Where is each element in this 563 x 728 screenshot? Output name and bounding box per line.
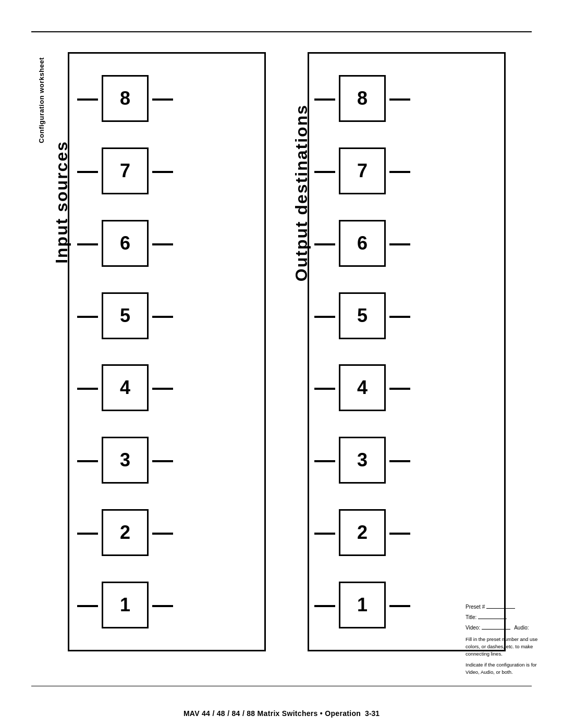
input-bracket-left bbox=[68, 52, 255, 651]
output-box-3: 3 bbox=[339, 437, 386, 484]
output-box-4: 4 bbox=[339, 364, 386, 411]
output-box-8: 8 bbox=[339, 75, 386, 122]
out-dash-right-8 bbox=[389, 98, 410, 101]
out-dash-right-3 bbox=[389, 460, 410, 462]
title-row: Title: bbox=[466, 613, 552, 622]
out-dash-right-6 bbox=[389, 243, 410, 245]
dash-right-3 bbox=[152, 460, 173, 462]
dash-left-5 bbox=[77, 316, 98, 318]
out-dash-right-7 bbox=[389, 171, 410, 173]
dash-right-8 bbox=[152, 98, 173, 101]
configuration-worksheet-label: Configuration worksheet bbox=[38, 57, 45, 143]
dash-right-2 bbox=[152, 533, 173, 535]
indicate-instruction: Indicate if the configuration is for Vid… bbox=[466, 661, 552, 676]
dash-left-7 bbox=[77, 171, 98, 173]
output-box-6: 6 bbox=[339, 220, 386, 267]
input-bracket-right bbox=[255, 52, 266, 651]
preset-label: Preset # bbox=[466, 602, 485, 612]
input-box-5: 5 bbox=[102, 292, 149, 339]
output-box-2: 2 bbox=[339, 509, 386, 556]
audio-label: Audio: bbox=[514, 623, 529, 633]
preset-field bbox=[486, 602, 515, 609]
footer-text: MAV 44 / 48 / 84 / 88 Matrix Switchers •… bbox=[183, 709, 361, 718]
out-dash-right-5 bbox=[389, 316, 410, 318]
video-field bbox=[482, 623, 510, 630]
dash-left-1 bbox=[77, 605, 98, 607]
top-rule bbox=[31, 31, 532, 32]
out-dash-right-4 bbox=[389, 388, 410, 390]
out-dash-left-5 bbox=[314, 316, 335, 318]
dash-right-4 bbox=[152, 388, 173, 390]
out-dash-left-3 bbox=[314, 460, 335, 462]
out-dash-left-4 bbox=[314, 388, 335, 390]
out-dash-left-7 bbox=[314, 171, 335, 173]
out-dash-right-2 bbox=[389, 533, 410, 535]
dash-right-1 bbox=[152, 605, 173, 607]
footer-page: 3-31 bbox=[365, 709, 380, 718]
input-box-4: 4 bbox=[102, 364, 149, 411]
output-box-5: 5 bbox=[339, 292, 386, 339]
input-box-2: 2 bbox=[102, 509, 149, 556]
dash-right-7 bbox=[152, 171, 173, 173]
out-dash-left-1 bbox=[314, 605, 335, 607]
preset-row: Preset # bbox=[466, 602, 552, 612]
input-box-1: 1 bbox=[102, 582, 149, 628]
video-label: Video: bbox=[466, 623, 480, 633]
dash-left-3 bbox=[77, 460, 98, 462]
dash-left-4 bbox=[77, 388, 98, 390]
dash-right-5 bbox=[152, 316, 173, 318]
video-row: Video: Audio: bbox=[466, 623, 552, 633]
bottom-rule bbox=[31, 686, 532, 686]
output-bracket-right bbox=[495, 52, 506, 651]
dash-left-8 bbox=[77, 98, 98, 101]
dash-left-6 bbox=[77, 243, 98, 245]
dash-left-2 bbox=[77, 533, 98, 535]
output-boxes-column: 1 2 3 4 5 6 7 8 bbox=[334, 63, 391, 641]
title-field bbox=[478, 613, 507, 619]
out-dash-left-6 bbox=[314, 243, 335, 245]
out-dash-left-2 bbox=[314, 533, 335, 535]
output-box-7: 7 bbox=[339, 147, 386, 194]
footer: MAV 44 / 48 / 84 / 88 Matrix Switchers •… bbox=[31, 709, 532, 718]
output-box-1: 1 bbox=[339, 582, 386, 628]
title-label: Title: bbox=[466, 613, 476, 622]
input-box-6: 6 bbox=[102, 220, 149, 267]
input-box-7: 7 bbox=[102, 147, 149, 194]
bottom-info-panel: Preset # Title: Video: Audio: Fill in th… bbox=[466, 602, 552, 676]
out-dash-left-8 bbox=[314, 98, 335, 101]
input-box-3: 3 bbox=[102, 437, 149, 484]
input-box-8: 8 bbox=[102, 75, 149, 122]
out-dash-right-1 bbox=[389, 605, 410, 607]
fill-instruction: Fill in the preset number and use colors… bbox=[466, 636, 552, 658]
input-boxes-column: 1 2 3 4 5 6 7 8 bbox=[96, 63, 154, 641]
dash-right-6 bbox=[152, 243, 173, 245]
